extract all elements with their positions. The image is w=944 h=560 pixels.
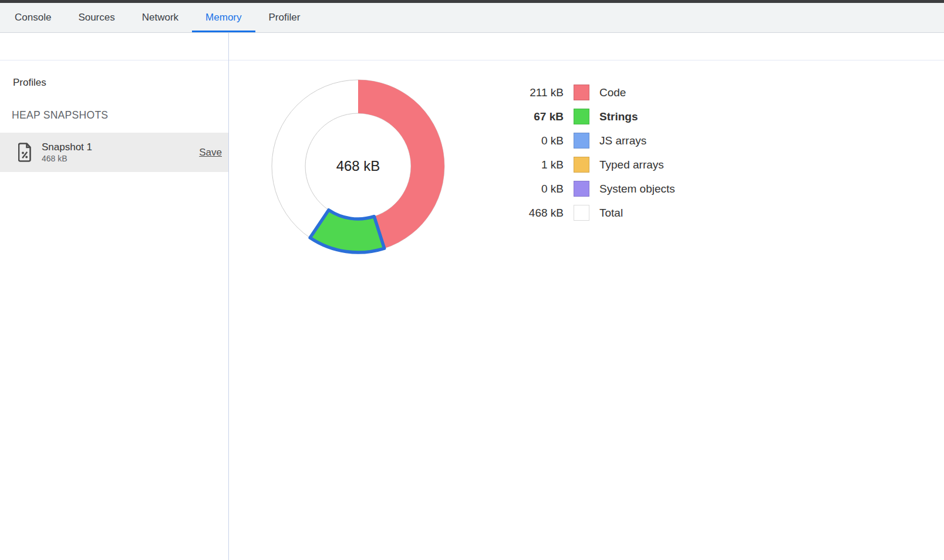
legend-row[interactable]: 67 kB Strings (499, 104, 675, 129)
heap-statistics-donut-chart: 468 kB (258, 66, 458, 266)
legend-swatch (574, 205, 589, 221)
profiles-heading: Profiles (13, 77, 46, 89)
legend-label: Typed arrays (599, 158, 664, 171)
legend-value: 0 kB (499, 183, 564, 195)
legend-value: 0 kB (499, 134, 564, 147)
donut-center-label: 468 kB (336, 158, 380, 174)
devtools-memory-panel: Console Sources Network Memory Profiler … (0, 0, 944, 560)
legend-row[interactable]: 0 kB JS arrays (499, 129, 675, 153)
legend-value: 211 kB (499, 86, 564, 99)
save-link[interactable]: Save (199, 147, 222, 158)
legend-label: Code (599, 86, 626, 99)
snapshot-size: 468 kB (42, 154, 92, 164)
chart-legend: 211 kB Code 67 kB Strings 0 kB JS arrays… (499, 80, 675, 225)
legend-swatch (574, 133, 589, 149)
sidebar-item-snapshot-1[interactable]: Snapshot 1 468 kB Save (0, 133, 228, 172)
statistics-view: 468 kB 211 kB Code 67 kB Strings 0 kB JS… (229, 61, 944, 560)
legend-label: Total (599, 207, 623, 220)
pie-slice-strings[interactable] (310, 210, 385, 252)
legend-label: System objects (599, 183, 675, 195)
devtools-tabbar: Console Sources Network Memory Profiler (0, 3, 944, 33)
legend-row[interactable]: 468 kB Total (499, 201, 675, 225)
tab-memory[interactable]: Memory (192, 3, 255, 32)
memory-toolbar: Statistics (0, 33, 944, 60)
tab-sources[interactable]: Sources (65, 3, 128, 32)
legend-value: 468 kB (499, 207, 564, 220)
legend-swatch (574, 85, 589, 100)
legend-row[interactable]: 1 kB Typed arrays (499, 153, 675, 177)
legend-swatch (574, 181, 589, 197)
heap-snapshot-file-icon (18, 143, 32, 162)
legend-row[interactable]: 0 kB System objects (499, 177, 675, 201)
legend-value: 67 kB (499, 110, 564, 123)
legend-row[interactable]: 211 kB Code (499, 80, 675, 104)
legend-swatch (574, 157, 589, 173)
tab-profiler[interactable]: Profiler (255, 3, 314, 32)
heap-snapshots-heading: HEAP SNAPSHOTS (12, 109, 108, 122)
legend-value: 1 kB (499, 158, 564, 171)
legend-label: JS arrays (599, 134, 646, 147)
snapshot-name: Snapshot 1 (42, 141, 92, 154)
snapshot-text: Snapshot 1 468 kB (42, 141, 92, 164)
tab-network[interactable]: Network (129, 3, 192, 32)
profiles-sidebar: Profiles HEAP SNAPSHOTS Snapshot 1 468 k… (0, 61, 228, 560)
tab-console[interactable]: Console (1, 3, 65, 32)
legend-swatch (574, 109, 589, 124)
legend-label: Strings (599, 110, 638, 123)
